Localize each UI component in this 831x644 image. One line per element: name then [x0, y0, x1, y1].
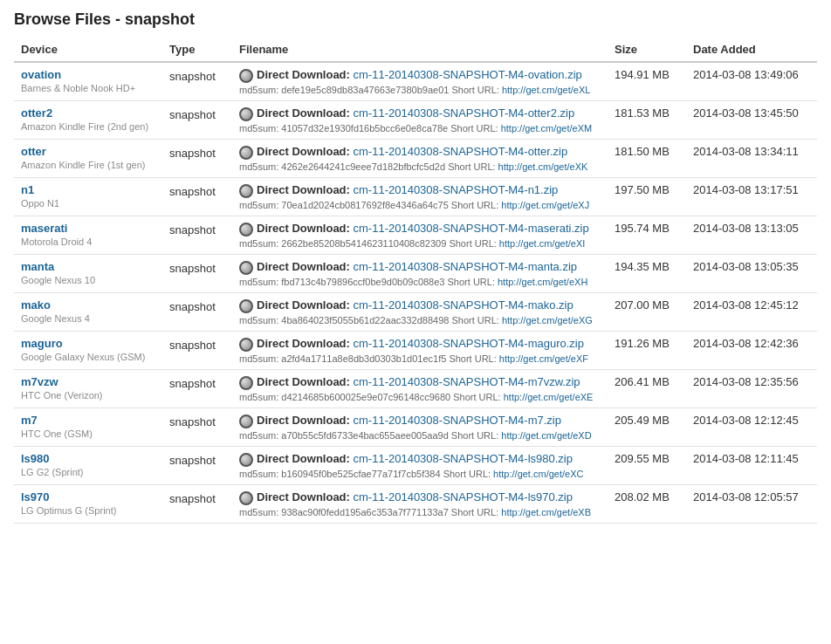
filename-cell: Direct Download: cm-11-20140308-SNAPSHOT… — [232, 485, 608, 524]
download-link[interactable]: cm-11-20140308-SNAPSHOT-M4-ovation.zip — [354, 68, 582, 81]
globe-icon — [239, 376, 253, 390]
type-cell: snapshot — [162, 293, 232, 332]
size-cell: 205.49 MB — [608, 408, 686, 447]
col-header-type: Type — [162, 38, 232, 62]
type-cell: snapshot — [162, 332, 232, 370]
device-name-link[interactable]: ovation — [21, 68, 155, 81]
device-sub-label: Motorola Droid 4 — [21, 236, 92, 247]
device-name-link[interactable]: m7 — [21, 414, 155, 427]
download-link[interactable]: cm-11-20140308-SNAPSHOT-M4-maguro.zip — [354, 337, 584, 350]
device-name-link[interactable]: m7vzw — [21, 375, 155, 388]
device-name-link[interactable]: ls980 — [21, 452, 155, 465]
table-header: Device Type Filename Size Date Added — [14, 38, 817, 62]
file-meta: md5sum: b160945f0be525cfae77a71f7cb5f384… — [239, 469, 601, 479]
device-name-link[interactable]: n1 — [21, 183, 155, 196]
size-cell: 195.74 MB — [608, 216, 686, 255]
short-url-link[interactable]: http://get.cm/get/eXE — [504, 392, 594, 402]
short-url-link[interactable]: http://get.cm/get/eXL — [502, 85, 591, 95]
short-url-label: Short URL: — [448, 277, 498, 287]
date-cell: 2014-03-08 13:45:50 — [686, 101, 817, 140]
date-cell: 2014-03-08 13:13:05 — [686, 216, 817, 255]
download-link[interactable]: cm-11-20140308-SNAPSHOT-M4-m7vzw.zip — [354, 375, 580, 388]
size-cell: 197.50 MB — [608, 178, 686, 216]
type-cell: snapshot — [162, 62, 232, 101]
col-header-device: Device — [14, 38, 162, 62]
download-link[interactable]: cm-11-20140308-SNAPSHOT-M4-ls970.zip — [354, 490, 573, 504]
table-row: n1Oppo N1snapshotDirect Download: cm-11-… — [14, 178, 817, 216]
file-meta: md5sum: 41057d32e1930fd16b5bcc6e0e8ca78e… — [239, 123, 601, 134]
device-name-link[interactable]: ls970 — [21, 490, 155, 504]
file-meta: md5sum: 70ea1d2024cb0817692f8e4346a64c75… — [239, 200, 601, 210]
date-cell: 2014-03-08 12:45:12 — [686, 293, 817, 332]
download-link[interactable]: cm-11-20140308-SNAPSHOT-M4-ls980.zip — [354, 452, 573, 465]
short-url-link[interactable]: http://get.cm/get/eXC — [493, 469, 583, 479]
table-row: m7vzwHTC One (Verizon)snapshotDirect Dow… — [14, 370, 817, 408]
md5-label: md5sum: 2662be85208b5414623110408c82309 — [239, 238, 449, 249]
md5-label: md5sum: 938ac90f0fedd195a6c353a7f771133a… — [239, 507, 451, 517]
download-link[interactable]: cm-11-20140308-SNAPSHOT-M4-m7.zip — [354, 414, 561, 427]
globe-icon — [239, 299, 253, 313]
file-meta: md5sum: a2fd4a1711a8e8db3d0303b1d01ec1f5… — [239, 353, 601, 364]
download-link[interactable]: cm-11-20140308-SNAPSHOT-M4-otter2.zip — [354, 106, 575, 120]
filename-cell: Direct Download: cm-11-20140308-SNAPSHOT… — [232, 408, 608, 447]
date-cell: 2014-03-08 13:34:11 — [686, 140, 817, 178]
short-url-link[interactable]: http://get.cm/get/eXG — [502, 315, 593, 325]
table-row: ovationBarnes & Noble Nook HD+snapshotDi… — [14, 62, 817, 101]
type-cell: snapshot — [162, 216, 232, 255]
globe-icon — [239, 491, 253, 505]
size-cell: 207.00 MB — [608, 293, 686, 332]
short-url-link[interactable]: http://get.cm/get/eXM — [501, 123, 593, 134]
download-link[interactable]: cm-11-20140308-SNAPSHOT-M4-manta.zip — [354, 260, 578, 273]
size-cell: 191.26 MB — [608, 332, 686, 370]
md5-label: md5sum: fbd713c4b79896ccf0be9d0b09c088e3 — [239, 277, 448, 287]
device-name-link[interactable]: otter — [21, 145, 155, 158]
short-url-link[interactable]: http://get.cm/get/eXD — [501, 430, 591, 441]
download-label: Direct Download: — [257, 375, 354, 388]
md5-label: md5sum: 41057d32e1930fd16b5bcc6e0e8ca78e — [239, 123, 450, 134]
short-url-link[interactable]: http://get.cm/get/eXJ — [501, 200, 589, 210]
download-link[interactable]: cm-11-20140308-SNAPSHOT-M4-maserati.zip — [354, 222, 589, 235]
short-url-link[interactable]: http://get.cm/get/eXK — [498, 161, 588, 172]
device-sub-label: LG Optimus G (Sprint) — [21, 505, 116, 516]
device-name-link[interactable]: manta — [21, 260, 155, 273]
device-name-link[interactable]: mako — [21, 298, 155, 312]
md5-label: md5sum: defe19e5c89db83a47663e7380b9ae01 — [239, 85, 451, 95]
table-row: mantaGoogle Nexus 10snapshotDirect Downl… — [14, 255, 817, 293]
short-url-link[interactable]: http://get.cm/get/eXB — [501, 507, 591, 517]
download-label: Direct Download: — [257, 68, 354, 81]
download-link[interactable]: cm-11-20140308-SNAPSHOT-M4-otter.zip — [354, 145, 568, 158]
md5-label: md5sum: 4262e2644241c9eee7d182bfbcfc5d2d — [239, 161, 448, 172]
size-cell: 181.50 MB — [608, 140, 686, 178]
size-cell: 181.53 MB — [608, 101, 686, 140]
short-url-link[interactable]: http://get.cm/get/eXH — [498, 277, 587, 287]
device-sub-label: Google Galaxy Nexus (GSM) — [21, 352, 145, 362]
short-url-link[interactable]: http://get.cm/get/eXF — [499, 353, 588, 364]
download-link[interactable]: cm-11-20140308-SNAPSHOT-M4-n1.zip — [354, 183, 559, 196]
device-name-link[interactable]: maserati — [21, 222, 155, 235]
device-sub-label: Google Nexus 10 — [21, 275, 95, 285]
short-url-label: Short URL: — [443, 469, 493, 479]
device-name-link[interactable]: maguro — [21, 337, 155, 350]
download-link[interactable]: cm-11-20140308-SNAPSHOT-M4-mako.zip — [354, 298, 573, 312]
size-cell: 194.91 MB — [608, 62, 686, 101]
table-row: m7HTC One (GSM)snapshotDirect Download: … — [14, 408, 817, 447]
short-url-link[interactable]: http://get.cm/get/eXI — [499, 238, 585, 249]
md5-label: md5sum: a70b55c5fd6733e4bac655aee005aa9d — [239, 430, 451, 441]
filename-cell: Direct Download: cm-11-20140308-SNAPSHOT… — [232, 101, 608, 140]
device-sub-label: HTC One (GSM) — [21, 428, 93, 439]
download-label: Direct Download: — [257, 337, 354, 350]
md5-label: md5sum: d4214685b600025e9e07c96148cc9680 — [239, 392, 453, 402]
filename-cell: Direct Download: cm-11-20140308-SNAPSHOT… — [232, 332, 608, 370]
device-sub-label: Barnes & Noble Nook HD+ — [21, 83, 135, 93]
type-cell: snapshot — [162, 101, 232, 140]
col-header-date: Date Added — [686, 38, 817, 62]
file-meta: md5sum: a70b55c5fd6733e4bac655aee005aa9d… — [239, 430, 601, 441]
type-cell: snapshot — [162, 408, 232, 447]
device-name-link[interactable]: otter2 — [21, 106, 155, 120]
date-cell: 2014-03-08 12:12:45 — [686, 408, 817, 447]
filename-cell: Direct Download: cm-11-20140308-SNAPSHOT… — [232, 370, 608, 408]
short-url-label: Short URL: — [451, 200, 501, 210]
device-sub-label: Google Nexus 4 — [21, 313, 90, 324]
file-meta: md5sum: 4262e2644241c9eee7d182bfbcfc5d2d… — [239, 161, 601, 172]
type-cell: snapshot — [162, 255, 232, 293]
